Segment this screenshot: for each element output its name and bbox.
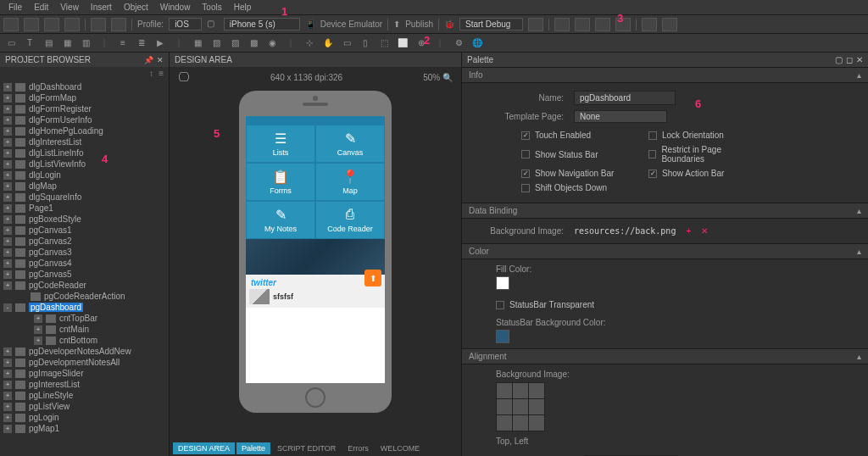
- collapse-icon[interactable]: ▴: [857, 70, 861, 80]
- expand-icon[interactable]: -: [3, 303, 12, 312]
- expand-icon[interactable]: +: [3, 237, 12, 246]
- device-preview-icon[interactable]: 🖵: [178, 70, 190, 84]
- tree-item-pgCanvas4[interactable]: +pgCanvas4: [0, 258, 169, 269]
- tree-item-pgDeveloperNotesAddNew[interactable]: +pgDeveloperNotesAddNew: [0, 346, 169, 357]
- tool-grid2-icon[interactable]: ▧: [210, 37, 222, 49]
- tool-select-icon[interactable]: ▭: [5, 37, 17, 49]
- design-canvas[interactable]: ☰Lists✎Canvas📋Forms📍Map✎My Notes⎙Code Re…: [170, 87, 461, 441]
- tb-stepout-icon[interactable]: [595, 18, 610, 31]
- tree-item-dlgListViewInfo[interactable]: +dlgListViewInfo: [0, 158, 169, 170]
- checkbox-icon[interactable]: [521, 150, 530, 158]
- pb-sort-icon[interactable]: ↕: [149, 69, 153, 78]
- pal-close-icon[interactable]: ✕: [856, 55, 863, 64]
- statusbar-transparent-checkbox[interactable]: [496, 301, 504, 309]
- tree-item-dlgSquareInfo[interactable]: +dlgSquareInfo: [0, 192, 169, 203]
- tb-undo-icon[interactable]: [91, 18, 106, 31]
- expand-icon[interactable]: +: [3, 425, 12, 433]
- tree-item-dlgHomePgLoading[interactable]: +dlgHomePgLoading: [0, 125, 169, 136]
- tb-open-icon[interactable]: [24, 18, 39, 31]
- tile-code-reader[interactable]: ⎙Code Reader: [315, 201, 385, 239]
- tree-item-pgLineStyle[interactable]: +pgLineStyle: [0, 390, 169, 401]
- tool-crop-icon[interactable]: ⊹: [303, 37, 315, 49]
- tile-forms[interactable]: 📋Forms: [246, 163, 315, 201]
- menu-view[interactable]: View: [55, 1, 84, 14]
- tree-item-pgCanvas1[interactable]: +pgCanvas1: [0, 225, 169, 236]
- template-select[interactable]: None: [574, 110, 667, 123]
- expand-icon[interactable]: +: [3, 226, 12, 235]
- menu-window[interactable]: Window: [155, 1, 196, 14]
- tree-item-pgImageSlider[interactable]: +pgImageSlider: [0, 368, 169, 379]
- tile-map[interactable]: 📍Map: [315, 163, 385, 201]
- tool-shape3-icon[interactable]: ⬚: [378, 37, 390, 49]
- menu-help[interactable]: Help: [229, 1, 257, 14]
- tree-item-dlgMap[interactable]: +dlgMap: [0, 181, 169, 192]
- device-emulator-button[interactable]: Device Emulator: [320, 19, 382, 29]
- check-touch-enabled[interactable]: Touch Enabled: [521, 131, 632, 140]
- tree-item-cntMain[interactable]: +cntMain: [0, 324, 169, 335]
- collapse-icon[interactable]: ▴: [857, 247, 861, 256]
- tree-item-Page1[interactable]: +Page1: [0, 203, 169, 214]
- tb-extra2-icon[interactable]: [662, 18, 677, 31]
- project-tree[interactable]: +dlgDashboard+dlgFormMap+dlgFormRegister…: [0, 80, 169, 456]
- expand-icon[interactable]: +: [3, 370, 12, 378]
- tool-zoom-icon[interactable]: ⊕: [415, 37, 427, 49]
- expand-icon[interactable]: +: [3, 105, 12, 114]
- tree-item-pgBoxedStyle[interactable]: +pgBoxedStyle: [0, 214, 169, 225]
- tb-run-icon[interactable]: [528, 18, 543, 31]
- expand-icon[interactable]: +: [3, 270, 12, 279]
- zoom-icon[interactable]: 🔍: [442, 73, 453, 82]
- tree-item-cntBottom[interactable]: +cntBottom: [0, 335, 169, 346]
- tb-stepin-icon[interactable]: [575, 18, 590, 31]
- tool-align-l-icon[interactable]: ≡: [117, 37, 129, 49]
- pal-max-icon[interactable]: ◻: [846, 55, 853, 64]
- tool-grid1-icon[interactable]: ▦: [192, 37, 203, 49]
- tree-item-pgCodeReader[interactable]: +pgCodeReader: [0, 280, 169, 291]
- statusbar-bg-swatch[interactable]: [496, 330, 509, 343]
- device-dropdown[interactable]: iPhone 5 (s): [224, 18, 300, 31]
- tool-align-c-icon[interactable]: ≣: [136, 37, 147, 49]
- profile-dropdown[interactable]: iOS: [169, 18, 202, 31]
- tree-item-pgCanvas5[interactable]: +pgCanvas5: [0, 269, 169, 280]
- tree-item-dlgFormMap[interactable]: +dlgFormMap: [0, 92, 169, 103]
- tool-addpage-icon[interactable]: ▤: [42, 37, 54, 49]
- tool-shape1-icon[interactable]: ▭: [341, 37, 353, 49]
- expand-icon[interactable]: +: [3, 149, 12, 158]
- expand-icon[interactable]: +: [3, 83, 12, 92]
- expand-icon[interactable]: +: [3, 116, 12, 125]
- check-lock-orientation[interactable]: Lock Orientation: [648, 131, 759, 140]
- tree-item-dlgInterestList[interactable]: +dlgInterestList: [0, 136, 169, 147]
- tile-canvas[interactable]: ✎Canvas: [315, 125, 385, 163]
- tool-shape2-icon[interactable]: ▯: [359, 37, 371, 49]
- check-shift-objects-down[interactable]: Shift Objects Down: [521, 183, 632, 192]
- expand-icon[interactable]: +: [3, 215, 12, 224]
- expand-icon[interactable]: +: [3, 94, 12, 103]
- expand-icon[interactable]: +: [3, 248, 12, 257]
- bottom-tab-welcome[interactable]: WELCOME: [376, 442, 426, 454]
- publish-button[interactable]: Publish: [405, 19, 433, 29]
- pb-filter-icon[interactable]: ≡: [159, 69, 164, 78]
- pal-min-icon[interactable]: ▢: [835, 55, 843, 64]
- expand-icon[interactable]: +: [3, 127, 12, 136]
- expand-icon[interactable]: +: [3, 171, 12, 180]
- collapse-icon[interactable]: ▴: [857, 206, 861, 215]
- expand-icon[interactable]: +: [34, 314, 42, 323]
- fill-color-swatch[interactable]: [496, 276, 509, 290]
- tree-item-pgInterestList[interactable]: +pgInterestList: [0, 379, 169, 390]
- tool-text-icon[interactable]: T: [24, 37, 36, 49]
- expand-icon[interactable]: +: [3, 182, 12, 191]
- expand-icon[interactable]: +: [3, 193, 12, 202]
- tb-saveall-icon[interactable]: [64, 18, 80, 31]
- tb-new-icon[interactable]: [3, 18, 19, 31]
- tree-item-dlgFormRegister[interactable]: +dlgFormRegister: [0, 103, 169, 114]
- name-input[interactable]: [574, 91, 676, 105]
- tree-item-dlgDashboard[interactable]: +dlgDashboard: [0, 81, 169, 92]
- checkbox-icon[interactable]: [648, 131, 657, 140]
- upload-button[interactable]: ⬆: [364, 270, 381, 286]
- expand-icon[interactable]: +: [3, 160, 12, 169]
- expand-icon[interactable]: +: [3, 392, 12, 400]
- expand-icon[interactable]: +: [34, 336, 42, 345]
- tb-stop-icon[interactable]: [615, 18, 631, 31]
- tool-hand-icon[interactable]: ✋: [322, 37, 334, 49]
- bottom-tab-errors[interactable]: Errors: [342, 442, 374, 454]
- menu-tools[interactable]: Tools: [197, 1, 226, 14]
